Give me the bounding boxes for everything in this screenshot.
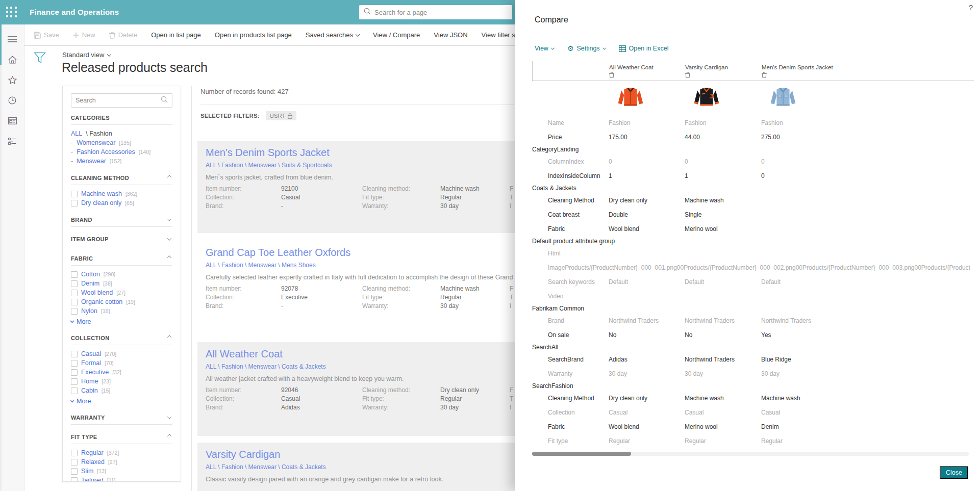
compare-cell: Default: [609, 278, 685, 286]
view-menu[interactable]: View: [535, 45, 554, 52]
checkbox[interactable]: [71, 191, 78, 197]
new-button[interactable]: New: [73, 31, 95, 39]
view-filter-button[interactable]: View filter s: [482, 31, 515, 39]
home-icon[interactable]: [0, 51, 24, 68]
filter-section-header-item-group[interactable]: ITEM GROUP: [71, 236, 172, 246]
product-image-mens-denim-sports-jacket: [769, 83, 797, 111]
compare-cell: Products/{ProductNumber}_000_001.png00Pr…: [565, 264, 974, 271]
checkbox[interactable]: [71, 200, 78, 206]
compare-cell: Machine wash: [685, 395, 761, 402]
filter-section-header-fit-type[interactable]: FIT TYPE: [71, 434, 172, 444]
compare-cell: Default: [685, 278, 761, 286]
category-link[interactable]: - Womenswear [135]: [71, 138, 172, 147]
horizontal-scrollbar-track[interactable]: [532, 452, 969, 456]
checkbox[interactable]: [71, 369, 78, 376]
filter-option[interactable]: Nylon [16]: [71, 306, 172, 316]
filter-section-header-warranty[interactable]: WARRANTY: [71, 415, 172, 425]
filter-search-box[interactable]: [71, 93, 172, 108]
page-search-box[interactable]: [359, 5, 512, 19]
favorites-star-icon[interactable]: [0, 71, 24, 89]
chevron-up-icon: [167, 175, 171, 179]
checkbox[interactable]: [71, 468, 78, 475]
checkbox[interactable]: [71, 280, 78, 287]
filter-option[interactable]: Machine wash [362]: [71, 189, 172, 198]
compare-header-row: All Weather Coat Varsity Cardigan Men's …: [532, 61, 974, 81]
checkbox[interactable]: [71, 387, 78, 394]
filter-section-header-fabric[interactable]: FABRIC: [71, 255, 172, 266]
filter-option[interactable]: Regular [372]: [71, 448, 172, 457]
checkbox[interactable]: [71, 299, 78, 305]
checkbox[interactable]: [71, 308, 78, 315]
filter-option[interactable]: Organic cotton [19]: [71, 297, 172, 306]
save-button[interactable]: Save: [34, 31, 59, 39]
open-in-products-list-page-button[interactable]: Open in products list page: [215, 31, 292, 39]
show-more-link[interactable]: More: [71, 397, 172, 405]
checkbox[interactable]: [71, 271, 78, 278]
filter-option[interactable]: Executive [32]: [71, 368, 172, 377]
modules-list-icon[interactable]: [0, 133, 24, 150]
view-selector[interactable]: Standard view: [62, 51, 111, 59]
checkbox[interactable]: [71, 351, 78, 357]
filter-option[interactable]: Slim [13]: [71, 467, 172, 476]
compare-cell: Single: [685, 211, 761, 218]
compare-row: Cleaning Method Dry clean only Machine w…: [532, 193, 974, 208]
remove-column-trash-icon[interactable]: [685, 72, 762, 79]
compare-cell: Wool blend: [609, 225, 685, 232]
filter-option[interactable]: Home [23]: [71, 377, 172, 386]
filter-option[interactable]: Dry clean only [65]: [71, 198, 172, 208]
filter-option[interactable]: Denim [38]: [71, 279, 172, 288]
filter-option[interactable]: Relaxed [27]: [71, 457, 172, 467]
recent-clock-icon[interactable]: [0, 92, 24, 109]
filter-badge[interactable]: USRT: [266, 111, 296, 120]
workspace-form-icon[interactable]: [0, 112, 24, 130]
saved-searches-menu[interactable]: Saved searches: [306, 31, 359, 39]
remove-column-trash-icon[interactable]: [609, 72, 685, 79]
compare-cell: Denim: [761, 423, 974, 430]
filter-option[interactable]: Cabin [15]: [71, 386, 172, 395]
hamburger-menu-icon[interactable]: [0, 31, 24, 48]
remove-column-trash-icon[interactable]: [762, 72, 974, 79]
filter-section-header-categories[interactable]: CATEGORIES: [71, 115, 172, 125]
open-in-list-page-button[interactable]: Open in list page: [151, 31, 201, 39]
checkbox[interactable]: [71, 459, 78, 466]
filter-search-input[interactable]: [76, 97, 158, 104]
page-scrollbar-track[interactable]: [0, 24, 2, 491]
checkbox[interactable]: [71, 477, 78, 482]
chevron-down-icon: [551, 46, 555, 49]
filter-option[interactable]: Formal [70]: [71, 358, 172, 368]
compare-row: IndexInsideColumn 1 1 0: [532, 169, 974, 183]
filter-section-header-brand[interactable]: BRAND: [71, 217, 172, 227]
checkbox[interactable]: [71, 378, 78, 385]
fabric-options: Cotton [290] Denim [38] Wool blend [27] …: [71, 266, 172, 326]
help-icon[interactable]: ?: [969, 3, 973, 12]
compare-row: Collection Casual Casual Casual: [532, 405, 974, 420]
horizontal-scrollbar-thumb[interactable]: [532, 452, 631, 456]
page-scrollbar-thumb[interactable]: [0, 24, 2, 65]
page-search-input[interactable]: [374, 9, 508, 16]
view-compare-button[interactable]: View / Compare: [373, 31, 420, 39]
category-link[interactable]: - Fashion Accessories [140]: [71, 147, 172, 157]
settings-menu[interactable]: ⚙ Settings: [567, 45, 606, 52]
category-root[interactable]: ALL \ Fashion: [71, 129, 172, 138]
filter-option[interactable]: Cotton [290]: [71, 270, 172, 279]
compare-cell: 275.00: [761, 134, 974, 141]
chevron-down-icon: [167, 236, 171, 240]
checkbox[interactable]: [71, 450, 78, 456]
waffle-icon[interactable]: [6, 7, 17, 18]
filter-section-header-collection[interactable]: COLLECTION: [71, 335, 172, 345]
show-more-link[interactable]: More: [71, 318, 172, 326]
category-link[interactable]: - Menswear [152]: [71, 157, 172, 166]
filter-option[interactable]: Tailored [11]: [71, 476, 172, 482]
compare-row: Fabric Wool blend Merino wool: [532, 222, 974, 236]
filter-option[interactable]: Wool blend [27]: [71, 288, 172, 297]
compare-cell: Northwind Traders: [761, 317, 974, 324]
delete-button[interactable]: Delete: [109, 31, 138, 39]
checkbox[interactable]: [71, 360, 78, 367]
filter-funnel-icon[interactable]: [34, 52, 46, 66]
view-json-button[interactable]: View JSON: [434, 31, 467, 39]
close-button[interactable]: Close: [940, 466, 968, 479]
open-in-excel-button[interactable]: Open in Excel: [619, 45, 669, 52]
filter-section-header-cleaning-method[interactable]: CLEANING METHOD: [71, 175, 172, 185]
filter-option[interactable]: Casual [270]: [71, 349, 172, 358]
checkbox[interactable]: [71, 290, 78, 296]
